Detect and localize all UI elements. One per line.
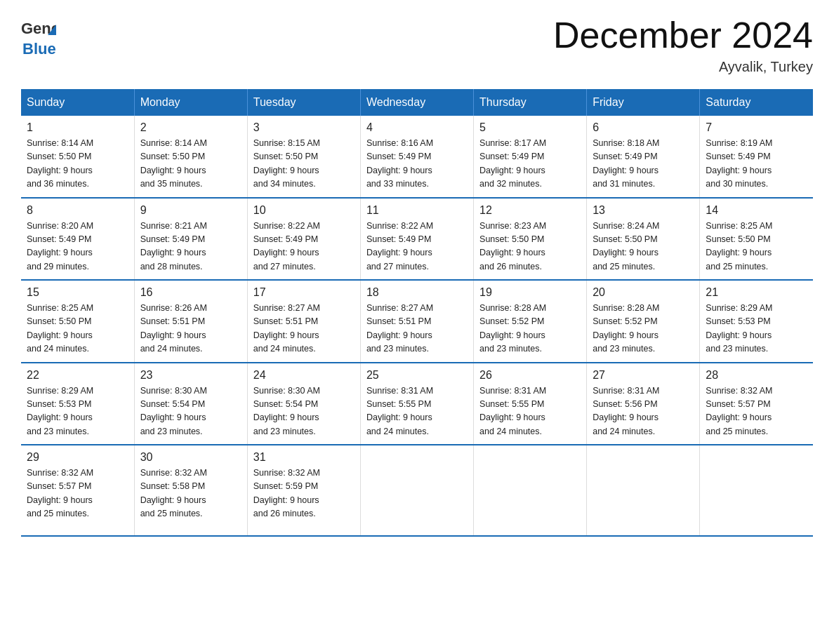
day-info: Sunrise: 8:15 AMSunset: 5:50 PMDaylight:…	[253, 137, 355, 192]
day-number: 26	[479, 369, 581, 382]
logo-blue-text: Blue	[22, 40, 56, 58]
calendar-day-cell	[360, 445, 473, 536]
day-info: Sunrise: 8:17 AMSunset: 5:49 PMDaylight:…	[479, 137, 581, 192]
calendar-day-cell: 2 Sunrise: 8:14 AMSunset: 5:50 PMDayligh…	[134, 116, 247, 198]
day-info: Sunrise: 8:22 AMSunset: 5:49 PMDaylight:…	[253, 220, 355, 274]
day-number: 14	[706, 204, 807, 217]
calendar-week-row: 15 Sunrise: 8:25 AMSunset: 5:50 PMDaylig…	[21, 280, 813, 363]
calendar-day-cell: 11 Sunrise: 8:22 AMSunset: 5:49 PMDaylig…	[360, 198, 473, 281]
day-info: Sunrise: 8:20 AMSunset: 5:49 PMDaylight:…	[27, 220, 128, 274]
day-number: 28	[706, 369, 807, 382]
calendar-day-cell: 1 Sunrise: 8:14 AMSunset: 5:50 PMDayligh…	[21, 116, 134, 198]
calendar-day-cell: 15 Sunrise: 8:25 AMSunset: 5:50 PMDaylig…	[21, 280, 134, 363]
day-number: 25	[366, 369, 468, 382]
calendar-day-cell: 5 Sunrise: 8:17 AMSunset: 5:49 PMDayligh…	[474, 116, 587, 198]
day-number: 3	[253, 121, 355, 134]
calendar-day-cell: 24 Sunrise: 8:30 AMSunset: 5:54 PMDaylig…	[247, 363, 360, 445]
day-info: Sunrise: 8:14 AMSunset: 5:50 PMDaylight:…	[27, 137, 128, 192]
calendar-day-cell: 20 Sunrise: 8:28 AMSunset: 5:52 PMDaylig…	[587, 280, 700, 363]
day-number: 15	[27, 286, 128, 299]
day-info: Sunrise: 8:24 AMSunset: 5:50 PMDaylight:…	[593, 220, 694, 274]
calendar-week-row: 22 Sunrise: 8:29 AMSunset: 5:53 PMDaylig…	[21, 363, 813, 445]
calendar-day-cell: 17 Sunrise: 8:27 AMSunset: 5:51 PMDaylig…	[247, 280, 360, 363]
calendar-week-row: 1 Sunrise: 8:14 AMSunset: 5:50 PMDayligh…	[21, 116, 813, 198]
day-info: Sunrise: 8:31 AMSunset: 5:55 PMDaylight:…	[366, 384, 468, 439]
calendar-day-cell: 22 Sunrise: 8:29 AMSunset: 5:53 PMDaylig…	[21, 363, 134, 445]
day-number: 16	[140, 286, 241, 299]
calendar-day-cell: 9 Sunrise: 8:21 AMSunset: 5:49 PMDayligh…	[134, 198, 247, 281]
weekday-header-row: Sunday Monday Tuesday Wednesday Thursday…	[21, 89, 813, 116]
day-number: 13	[593, 204, 694, 217]
day-number: 1	[27, 121, 128, 134]
header-monday: Monday	[134, 89, 247, 116]
day-number: 6	[593, 121, 694, 134]
day-number: 20	[593, 286, 694, 299]
header-friday: Friday	[587, 89, 700, 116]
day-info: Sunrise: 8:32 AMSunset: 5:57 PMDaylight:…	[27, 467, 128, 521]
day-number: 4	[366, 121, 468, 134]
day-number: 2	[140, 121, 241, 134]
page-header: General Blue December 2024 Ayvalik, Turk…	[21, 14, 813, 75]
day-info: Sunrise: 8:32 AMSunset: 5:58 PMDaylight:…	[140, 467, 241, 521]
day-info: Sunrise: 8:26 AMSunset: 5:51 PMDaylight:…	[140, 302, 241, 356]
calendar-day-cell: 8 Sunrise: 8:20 AMSunset: 5:49 PMDayligh…	[21, 198, 134, 281]
day-info: Sunrise: 8:32 AMSunset: 5:57 PMDaylight:…	[706, 384, 807, 439]
day-number: 10	[253, 204, 355, 217]
calendar-day-cell	[474, 445, 587, 536]
calendar-body: 1 Sunrise: 8:14 AMSunset: 5:50 PMDayligh…	[21, 116, 813, 536]
day-info: Sunrise: 8:30 AMSunset: 5:54 PMDaylight:…	[140, 384, 241, 439]
calendar-day-cell: 10 Sunrise: 8:22 AMSunset: 5:49 PMDaylig…	[247, 198, 360, 281]
calendar-day-cell: 31 Sunrise: 8:32 AMSunset: 5:59 PMDaylig…	[247, 445, 360, 536]
header-sunday: Sunday	[21, 89, 134, 116]
calendar-day-cell: 3 Sunrise: 8:15 AMSunset: 5:50 PMDayligh…	[247, 116, 360, 198]
header-wednesday: Wednesday	[360, 89, 473, 116]
day-info: Sunrise: 8:28 AMSunset: 5:52 PMDaylight:…	[479, 302, 581, 356]
calendar-day-cell	[700, 445, 813, 536]
calendar-day-cell: 26 Sunrise: 8:31 AMSunset: 5:55 PMDaylig…	[474, 363, 587, 445]
calendar-day-cell: 28 Sunrise: 8:32 AMSunset: 5:57 PMDaylig…	[700, 363, 813, 445]
day-info: Sunrise: 8:31 AMSunset: 5:55 PMDaylight:…	[479, 384, 581, 439]
day-info: Sunrise: 8:29 AMSunset: 5:53 PMDaylight:…	[706, 302, 807, 356]
calendar-day-cell: 16 Sunrise: 8:26 AMSunset: 5:51 PMDaylig…	[134, 280, 247, 363]
calendar-day-cell: 18 Sunrise: 8:27 AMSunset: 5:51 PMDaylig…	[360, 280, 473, 363]
calendar-day-cell: 29 Sunrise: 8:32 AMSunset: 5:57 PMDaylig…	[21, 445, 134, 536]
calendar-table: Sunday Monday Tuesday Wednesday Thursday…	[21, 89, 813, 537]
calendar-day-cell: 19 Sunrise: 8:28 AMSunset: 5:52 PMDaylig…	[474, 280, 587, 363]
title-section: December 2024 Ayvalik, Turkey	[553, 14, 813, 75]
calendar-day-cell: 6 Sunrise: 8:18 AMSunset: 5:49 PMDayligh…	[587, 116, 700, 198]
day-info: Sunrise: 8:32 AMSunset: 5:59 PMDaylight:…	[253, 467, 355, 521]
calendar-day-cell: 23 Sunrise: 8:30 AMSunset: 5:54 PMDaylig…	[134, 363, 247, 445]
logo: General Blue	[21, 14, 56, 58]
day-number: 30	[140, 451, 241, 464]
day-number: 23	[140, 369, 241, 382]
day-number: 8	[27, 204, 128, 217]
calendar-day-cell: 25 Sunrise: 8:31 AMSunset: 5:55 PMDaylig…	[360, 363, 473, 445]
day-number: 17	[253, 286, 355, 299]
header-saturday: Saturday	[700, 89, 813, 116]
day-number: 5	[479, 121, 581, 134]
day-info: Sunrise: 8:27 AMSunset: 5:51 PMDaylight:…	[253, 302, 355, 356]
header-thursday: Thursday	[474, 89, 587, 116]
calendar-day-cell: 21 Sunrise: 8:29 AMSunset: 5:53 PMDaylig…	[700, 280, 813, 363]
day-info: Sunrise: 8:19 AMSunset: 5:49 PMDaylight:…	[706, 137, 807, 192]
day-info: Sunrise: 8:21 AMSunset: 5:49 PMDaylight:…	[140, 220, 241, 274]
day-info: Sunrise: 8:30 AMSunset: 5:54 PMDaylight:…	[253, 384, 355, 439]
calendar-day-cell	[587, 445, 700, 536]
header-tuesday: Tuesday	[247, 89, 360, 116]
day-info: Sunrise: 8:14 AMSunset: 5:50 PMDaylight:…	[140, 137, 241, 192]
day-info: Sunrise: 8:25 AMSunset: 5:50 PMDaylight:…	[706, 220, 807, 274]
day-info: Sunrise: 8:31 AMSunset: 5:56 PMDaylight:…	[593, 384, 694, 439]
day-number: 11	[366, 204, 468, 217]
calendar-day-cell: 14 Sunrise: 8:25 AMSunset: 5:50 PMDaylig…	[700, 198, 813, 281]
calendar-day-cell: 30 Sunrise: 8:32 AMSunset: 5:58 PMDaylig…	[134, 445, 247, 536]
day-number: 7	[706, 121, 807, 134]
calendar-day-cell: 4 Sunrise: 8:16 AMSunset: 5:49 PMDayligh…	[360, 116, 473, 198]
day-info: Sunrise: 8:16 AMSunset: 5:49 PMDaylight:…	[366, 137, 468, 192]
day-info: Sunrise: 8:29 AMSunset: 5:53 PMDaylight:…	[27, 384, 128, 439]
calendar-day-cell: 7 Sunrise: 8:19 AMSunset: 5:49 PMDayligh…	[700, 116, 813, 198]
calendar-day-cell: 27 Sunrise: 8:31 AMSunset: 5:56 PMDaylig…	[587, 363, 700, 445]
day-number: 24	[253, 369, 355, 382]
day-number: 12	[479, 204, 581, 217]
day-info: Sunrise: 8:25 AMSunset: 5:50 PMDaylight:…	[27, 302, 128, 356]
calendar-day-cell: 12 Sunrise: 8:23 AMSunset: 5:50 PMDaylig…	[474, 198, 587, 281]
